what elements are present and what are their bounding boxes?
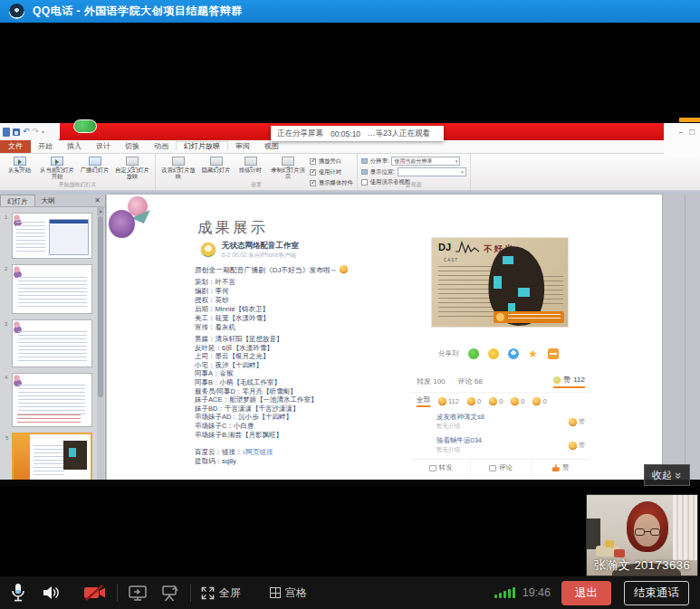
reaction-emoji-icon [438, 397, 446, 405]
extract-code-line: 提取码：sq8y [195, 457, 236, 466]
end-call-button[interactable]: 结束通话 [624, 581, 689, 605]
panel-tabs: 幻灯片 大纲 ✕ [0, 195, 105, 207]
play-narration-checkbox[interactable]: 播放旁白 [310, 157, 353, 166]
resolution-dropdown[interactable]: 使用当前分辨率 ▾ [391, 157, 460, 166]
hide-slide-button[interactable]: 隐藏幻灯片 [200, 155, 232, 173]
collapse-button[interactable]: 收起 » [644, 464, 690, 486]
wechat-icon [468, 348, 479, 359]
reaction-emoji-icon [511, 397, 519, 405]
ppt-ribbon-tab[interactable]: 设计 [89, 142, 118, 150]
toolbar-divider [117, 584, 118, 602]
cast-line: 妹子BD：千言潇潇【千言沙潇潇】 [195, 404, 317, 414]
speaker-icon[interactable] [42, 584, 60, 602]
qq-call-window: QQ电话 - 外国语学院大创项目结题答辩群 ↶ ↷ ▾ 正在分享屏幕 00:05… [0, 0, 700, 609]
checkbox-checked-icon [310, 169, 316, 176]
scrollbar-up-icon[interactable]: ▲ [97, 207, 104, 215]
shared-screen-ppt-window: ↶ ↷ ▾ 正在分享屏幕 00:05:10 …等23人正在观看 − □ 文件 开… [0, 123, 700, 486]
close-panel-icon[interactable]: ✕ [90, 195, 105, 206]
baidu-link-line: 百度云：链接：√网页链接 [195, 448, 273, 457]
cast-line: 编剧：李何 [195, 287, 270, 296]
exit-button[interactable]: 退出 [561, 581, 611, 605]
use-timings-checkbox[interactable]: 使用计时 [310, 168, 353, 176]
thumbs-up-icon [552, 464, 560, 471]
ribbon-group-monitors: 分辨率: 使用当前分辨率 ▾ 显示位置: ▾ [358, 154, 471, 190]
ppt-ribbon-tab[interactable]: 视图 [257, 142, 286, 150]
album-studio-banner [494, 311, 564, 323]
weibo-card-footer: 转发 100 评论 68 赞 112 全部 1120000 [411, 372, 590, 476]
weibo-share-row: 分享到 ★ [438, 348, 559, 359]
slide-thumbnail-4[interactable]: 4 [12, 373, 92, 427]
scrollbar-thumb[interactable] [98, 216, 103, 397]
minimize-icon[interactable]: − [678, 128, 683, 137]
web-link: √网页链接 [243, 448, 273, 456]
screen-share-banner[interactable]: 正在分享屏幕 00:05:10 …等23人正在观看 [271, 126, 444, 141]
group-label-setup: 设置 [156, 181, 357, 189]
thumbnail-red-text-lines [17, 414, 81, 423]
setup-slideshow-button[interactable]: 设置幻灯片放映 [159, 155, 197, 179]
whiteboard-share-icon[interactable] [160, 584, 180, 602]
from-current-slide-button[interactable]: 从当前幻灯片开始 [38, 155, 76, 179]
cast-line: 串场妹子B:湘芸【月影飘旺】 [195, 431, 317, 440]
like-badge-icon [553, 376, 561, 384]
tab-slides[interactable]: 幻灯片 [0, 195, 35, 206]
record-slideshow-button[interactable]: 录制幻灯片演示 [269, 155, 307, 179]
ppt-ribbon-tab[interactable]: 开始 [31, 142, 60, 150]
thumbs-up-icon [569, 442, 577, 450]
ppt-ribbon-tab[interactable]: 动画 [147, 142, 176, 150]
show-position-dropdown[interactable]: ▾ [398, 167, 466, 176]
ppt-ribbon-tab[interactable]: 切换 [118, 142, 147, 150]
slide-canvas[interactable]: 成果展示 无状态网络配音工作室 6-2 00:02 来自iPhone客户端 28… [107, 195, 662, 480]
grid-view-button[interactable]: 宫格 [270, 585, 307, 601]
album-cast-label: CAST [444, 258, 458, 262]
slide-thumbnail-5-selected[interactable]: 5 [12, 433, 92, 482]
custom-slideshow-button[interactable]: 自定义幻灯片放映 [113, 155, 151, 179]
chevron-down-icon: ▾ [455, 158, 458, 164]
thumbnail-orange-graphic [14, 434, 30, 481]
tab-outline[interactable]: 大纲 [35, 195, 62, 206]
ppt-file-tab[interactable]: 文件 [0, 140, 31, 153]
microphone-icon[interactable] [11, 583, 25, 603]
liker-description: 暂无介绍 [436, 446, 482, 454]
reactions-row: 全部 1120000 [411, 392, 590, 410]
weibo-actions-row: 转发 评论 赞 [411, 459, 590, 476]
rehearse-timings-button[interactable]: 排练计时 [235, 155, 266, 173]
ppt-app-icon [3, 128, 10, 137]
undo-icon[interactable]: ↶ [23, 128, 30, 136]
comment-action: 评论 [470, 460, 530, 476]
ppt-ribbon-tab[interactable]: 插入 [60, 142, 89, 150]
save-icon[interactable] [13, 128, 20, 136]
thumbnail-scrollbar[interactable]: ▲ [97, 207, 104, 480]
smile-emoji-icon [340, 265, 348, 273]
ppt-ribbon-tab[interactable]: 审阅 [228, 142, 257, 150]
ribbon-group-start-show: 从头开始 从当前幻灯片开始 广播幻灯片 自定义幻灯片放映 开始放映幻灯片 [0, 154, 156, 190]
slide-thumbnail-3[interactable]: 3 [12, 319, 92, 367]
slide-thumbnail-2[interactable]: 2 [12, 264, 92, 314]
tab-row-filler [664, 140, 700, 154]
ppt-window-controls: − □ [664, 123, 700, 140]
quick-access-dropdown-icon[interactable]: ▾ [42, 128, 44, 135]
liker-description: 暂无介绍 [436, 423, 484, 431]
reaction-item: 0 [489, 397, 503, 405]
liker-name: 皮友收神薄文s8 [436, 413, 484, 422]
slide-thumbnail-1[interactable]: 1 [12, 213, 92, 259]
qq-call-logo-icon [9, 4, 24, 19]
reaction-item: 112 [438, 397, 459, 405]
redo-icon[interactable]: ↷ [33, 128, 40, 136]
ppt-ribbon-tab[interactable]: 幻灯片放映 [176, 141, 228, 150]
cast-line: 妹子ACE：船望梦娘【一池清水工作室】 [195, 395, 317, 404]
like-count-tab: 赞 112 [553, 375, 585, 388]
camera-off-icon[interactable] [83, 584, 107, 602]
reaction-item: 0 [467, 397, 481, 405]
webcam-video[interactable]: 张瀚文 20173636 [586, 494, 698, 576]
maximize-icon[interactable]: □ [690, 128, 695, 137]
thumbnail-album-graphic [63, 441, 87, 470]
window-blinds-graphic [673, 495, 697, 560]
share-timer: 00:05:10 [331, 129, 360, 138]
cast-line: 美工：筱茏【水漾吟雪】 [195, 314, 270, 323]
screen-share-icon[interactable] [128, 584, 148, 602]
from-beginning-button[interactable]: 从头开始 [4, 155, 35, 173]
participant-name-overlay: 张瀚文 20173636 [587, 557, 697, 574]
broadcast-slideshow-button[interactable]: 广播幻灯片 [79, 155, 110, 173]
cast-line: 男媒：清乐轩阳【笙想放音】 [195, 335, 317, 344]
fullscreen-button[interactable]: 全屏 [201, 585, 241, 601]
